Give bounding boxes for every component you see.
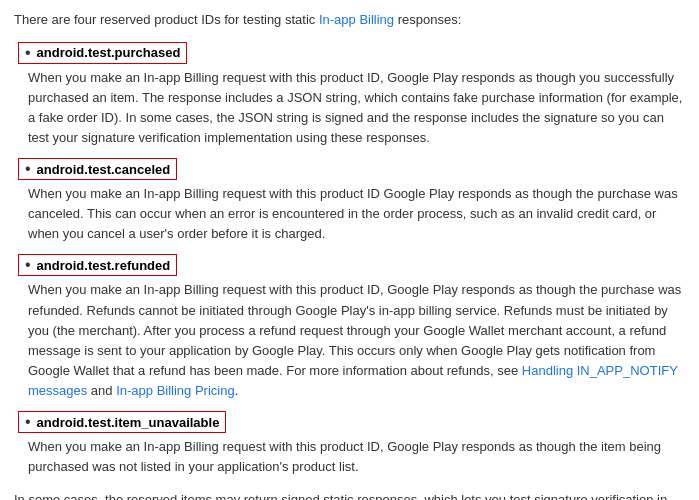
product-item-unavailable: • android.test.item_unavailable When you… [14, 411, 685, 477]
product-desc-refunded: When you make an In-app Billing request … [28, 280, 685, 401]
product-id-box-unavailable: • android.test.item_unavailable [18, 411, 226, 433]
footer-text-part1: In some cases, the reserved items may re… [14, 492, 667, 500]
product-item-purchased: • android.test.purchased When you make a… [14, 42, 685, 149]
product-item-refunded: • android.test.refunded When you make an… [14, 254, 685, 401]
product-id-refunded: android.test.refunded [37, 258, 171, 273]
product-id-purchased: android.test.purchased [37, 45, 181, 60]
product-id-unavailable: android.test.item_unavailable [37, 415, 220, 430]
intro-link[interactable]: In-app Billing [319, 12, 394, 27]
intro-paragraph: There are four reserved product IDs for … [14, 10, 685, 30]
bullet-unavailable: • [25, 414, 31, 430]
refunded-desc-part3: . [235, 383, 239, 398]
bullet-refunded: • [25, 257, 31, 273]
product-id-canceled: android.test.canceled [37, 162, 171, 177]
product-id-box-canceled: • android.test.canceled [18, 158, 177, 180]
product-id-box-purchased: • android.test.purchased [18, 42, 187, 64]
product-desc-unavailable: When you make an In-app Billing request … [28, 437, 685, 477]
product-desc-canceled: When you make an In-app Billing request … [28, 184, 685, 244]
product-item-canceled: • android.test.canceled When you make an… [14, 158, 685, 244]
billing-pricing-link[interactable]: In-app Billing Pricing [116, 383, 235, 398]
refunded-desc-part2: and [87, 383, 116, 398]
bullet-canceled: • [25, 161, 31, 177]
bullet-purchased: • [25, 45, 31, 61]
footer-paragraph: In some cases, the reserved items may re… [14, 490, 685, 500]
product-desc-purchased: When you make an In-app Billing request … [28, 68, 685, 149]
product-id-box-refunded: • android.test.refunded [18, 254, 177, 276]
